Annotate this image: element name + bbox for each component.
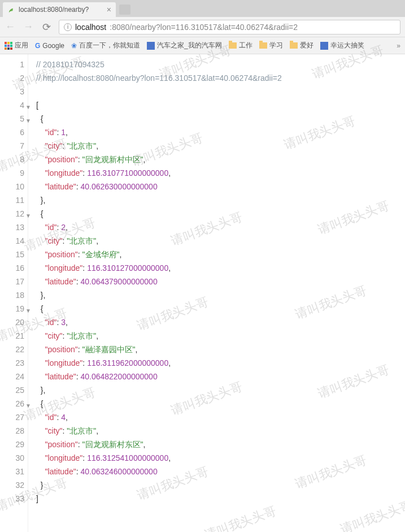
bookmark-label: 爱好 [300,41,313,50]
bookmark-folder-hobby[interactable]: 爱好 [290,41,313,50]
line-number: 9 [0,166,24,180]
code-line: "latitude": 40.062630000000000 [36,180,282,193]
code-line: [ [36,98,282,112]
bookmark-google[interactable]: G Google [35,42,64,50]
line-number: 27 [0,410,24,424]
code-line: "latitude": 40.063246000000000 [36,465,282,478]
code-line: { [36,302,282,315]
line-gutter: 1234▼5▼6789101112▼13141516171819▼2021222… [0,54,28,532]
line-number: 2 [0,71,24,85]
line-number: 6 [0,126,24,139]
apps-label: 应用 [15,41,28,50]
code-line: "longitude": 116.310771000000000, [36,166,282,180]
apps-button[interactable]: 应用 [5,41,28,50]
line-number: 4▼ [0,98,24,112]
line-number: 23 [0,356,24,370]
line-number: 26▼ [0,397,24,410]
code-line: }, [36,383,282,397]
line-number: 16 [0,261,24,275]
code-line: { [36,207,282,220]
code-line [36,85,282,98]
code-line: "id": 1, [36,126,282,139]
line-number: 11 [0,193,24,207]
browser-tab[interactable]: localhost:8080/nearby? × [3,2,116,17]
code-line: "city": "北京市", [36,329,282,343]
line-number: 7 [0,139,24,153]
line-number: 21 [0,329,24,343]
site-icon [147,42,155,50]
code-line: "position": "融泽嘉园中区", [36,343,282,356]
code-line: // http://localhost:8080/nearby?lon=116.… [36,71,282,85]
line-number: 3 [0,85,24,98]
line-number: 17 [0,275,24,288]
code-line: "id": 4, [36,410,282,424]
fold-icon[interactable]: ▼ [25,101,31,114]
code-line: "longitude": 116.311962000000000, [36,356,282,370]
back-button[interactable]: ← [5,21,16,33]
forward-button[interactable]: → [23,21,34,33]
line-number: 19▼ [0,302,24,315]
line-number: 28 [0,424,24,438]
code-line: { [36,397,282,410]
code-line: "position": "金域华府", [36,248,282,261]
bookmark-label: Google [42,42,64,50]
line-number: 18 [0,288,24,302]
bookmark-lottery[interactable]: 幸运大抽奖 [320,41,364,50]
line-number: 1 [0,58,24,71]
folder-icon [229,42,237,49]
bookmark-label: 幸运大抽奖 [330,41,364,50]
code-line: "position": "回龙观新村中区", [36,153,282,166]
google-icon: G [35,42,40,50]
line-number: 12▼ [0,207,24,220]
fold-icon[interactable]: ▼ [25,399,31,413]
code-line: ] [36,492,282,505]
line-number: 33 [0,492,24,505]
fold-icon[interactable]: ▼ [25,304,31,318]
bookmark-folder-study[interactable]: 学习 [259,41,283,50]
info-icon[interactable]: i [64,23,72,31]
bookmarks-overflow[interactable]: » [397,42,400,50]
folder-icon [259,42,267,49]
line-number: 31 [0,465,24,478]
line-number: 29 [0,438,24,451]
code-line: "position": "回龙观新村东区", [36,438,282,451]
line-number: 13 [0,220,24,234]
code-line: "city": "北京市", [36,139,282,153]
code-line: { [36,112,282,126]
apps-icon [5,42,12,50]
address-bar: ← → ⟳ i localhost:8080/nearby?lon=116.31… [0,17,405,37]
bookmark-autohome[interactable]: 汽车之家_我的汽车网 [147,41,222,50]
code-line: }, [36,193,282,207]
url-input[interactable]: i localhost:8080/nearby?lon=116.310517&l… [59,20,400,34]
fold-icon[interactable]: ▼ [25,209,31,223]
code-line: // 20181017094325 [36,58,282,71]
line-number: 24 [0,370,24,383]
bookmark-folder-work[interactable]: 工作 [229,41,252,50]
line-number: 25 [0,383,24,397]
reload-button[interactable]: ⟳ [41,21,52,33]
code-line: "latitude": 40.064379000000000 [36,275,282,288]
site-icon [320,42,328,50]
line-number: 30 [0,451,24,465]
paw-icon: ❀ [71,42,77,50]
line-number: 5▼ [0,112,24,126]
bookmark-label: 学习 [269,41,283,50]
bookmark-baidu[interactable]: ❀ 百度一下，你就知道 [71,41,140,50]
code-content: // 20181017094325// http://localhost:808… [28,54,282,532]
close-icon[interactable]: × [107,6,111,14]
bookmarks-bar: 应用 G Google ❀ 百度一下，你就知道 汽车之家_我的汽车网 工作 学习… [0,37,405,54]
code-line: "id": 3, [36,315,282,329]
tab-title: localhost:8080/nearby? [19,6,89,14]
line-number: 22 [0,343,24,356]
leaf-icon [7,6,15,14]
code-line: "latitude": 40.064822000000000 [36,370,282,383]
line-number: 14 [0,234,24,248]
new-tab-button[interactable] [119,5,130,15]
fold-icon[interactable]: ▼ [25,114,31,128]
folder-icon [290,42,298,49]
line-number: 10 [0,180,24,193]
code-line: "city": "北京市", [36,234,282,248]
line-number: 32 [0,478,24,492]
chevron-right-icon: » [397,42,400,50]
code-view: 1234▼5▼6789101112▼13141516171819▼2021222… [0,54,405,532]
